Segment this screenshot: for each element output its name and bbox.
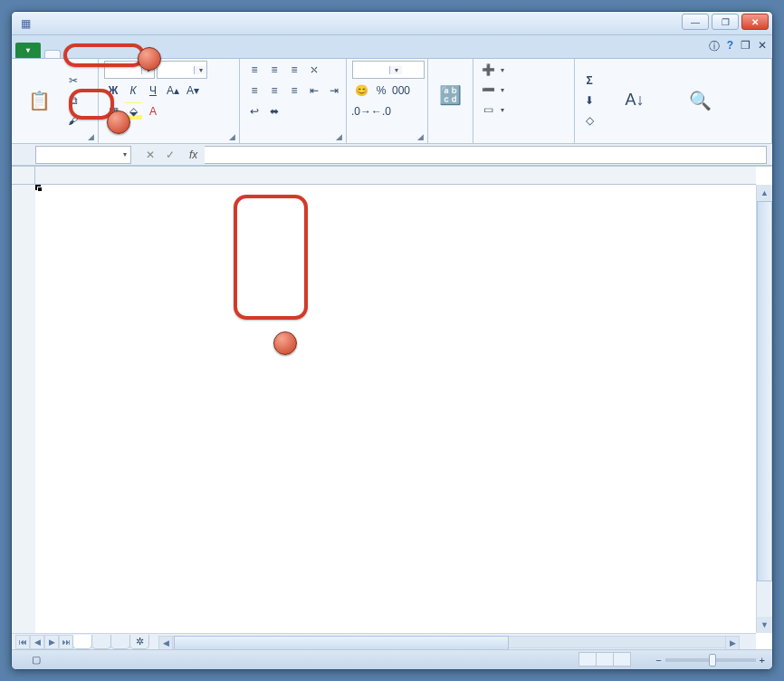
cells-area[interactable] — [35, 185, 756, 633]
sort-filter-button[interactable]: A↓ — [602, 86, 667, 115]
file-tab[interactable] — [15, 43, 41, 58]
tab-insert[interactable] — [61, 50, 77, 58]
merge-center-icon[interactable]: ⬌ — [265, 102, 283, 120]
insert-cells-button[interactable]: ➕▾ — [479, 61, 504, 79]
select-all-button[interactable] — [12, 167, 35, 185]
minimize-button[interactable]: — — [682, 14, 709, 30]
tab-abbyy[interactable] — [207, 50, 224, 58]
decrease-font-icon[interactable]: A▾ — [184, 82, 202, 100]
font-size-combo[interactable]: ▾ — [157, 61, 207, 79]
align-bottom-icon[interactable]: ≡ — [285, 61, 303, 79]
delete-cells-button[interactable]: ➖▾ — [479, 81, 504, 99]
copy-icon[interactable]: ⧉ — [64, 91, 82, 110]
undo-icon[interactable] — [57, 15, 73, 32]
fill-icon[interactable]: ⬇ — [580, 91, 598, 110]
tab-addins[interactable] — [175, 50, 191, 58]
sheet-nav-first-icon[interactable]: ⏮ — [15, 635, 30, 649]
zoom-slider[interactable]: − + — [655, 655, 765, 666]
save-icon[interactable] — [37, 15, 53, 32]
row-headers[interactable] — [12, 185, 35, 633]
dialog-launcher-icon[interactable]: ◢ — [336, 132, 342, 141]
tab-view[interactable] — [142, 50, 158, 58]
column-headers[interactable] — [35, 167, 756, 185]
scroll-up-icon[interactable]: ▲ — [757, 185, 772, 201]
tab-review[interactable] — [126, 50, 142, 58]
qat-customize-icon[interactable] — [97, 15, 113, 32]
zoom-out-icon[interactable]: − — [655, 655, 661, 666]
clear-icon[interactable]: ◇ — [580, 111, 598, 129]
increase-decimal-icon[interactable]: .0→ — [352, 102, 370, 120]
sheet-tab-1[interactable] — [72, 635, 92, 649]
name-box[interactable]: ▾ — [35, 146, 131, 164]
bold-button[interactable]: Ж — [104, 82, 122, 100]
format-cells-button[interactable]: ▭▾ — [479, 101, 504, 119]
horizontal-scrollbar[interactable]: ◀ ▶ — [158, 636, 740, 648]
vscroll-thumb[interactable] — [757, 201, 772, 581]
sheet-tab-2[interactable] — [91, 635, 111, 649]
scroll-right-icon[interactable]: ▶ — [725, 636, 740, 650]
autosum-icon[interactable]: Σ — [580, 72, 598, 90]
increase-indent-icon[interactable]: ⇥ — [325, 82, 343, 100]
comma-icon[interactable]: 000 — [392, 82, 410, 100]
tab-layout[interactable] — [77, 50, 93, 58]
find-select-button[interactable]: 🔍 — [671, 86, 729, 115]
maximize-button[interactable]: ❐ — [712, 14, 739, 30]
align-right-icon[interactable]: ≡ — [285, 82, 303, 100]
vertical-scrollbar[interactable]: ▲ ▼ — [756, 185, 772, 633]
align-left-icon[interactable]: ≡ — [245, 82, 263, 100]
decrease-decimal-icon[interactable]: ←.0 — [372, 102, 390, 120]
zoom-in-icon[interactable]: + — [760, 655, 765, 666]
close-button[interactable]: ✕ — [741, 14, 769, 30]
tab-data[interactable] — [110, 50, 126, 58]
format-icon: ▭ — [479, 101, 497, 119]
dialog-launcher-icon[interactable]: ◢ — [417, 132, 424, 141]
scroll-left-icon[interactable]: ◀ — [158, 636, 173, 650]
dialog-launcher-icon[interactable]: ◢ — [229, 132, 235, 141]
align-middle-icon[interactable]: ≡ — [265, 61, 283, 79]
borders-icon[interactable]: ▦ — [104, 102, 122, 120]
tab-foxit[interactable] — [191, 50, 207, 58]
fill-handle[interactable] — [37, 187, 43, 192]
redo-icon[interactable] — [77, 15, 93, 32]
currency-icon[interactable]: 😊 — [352, 82, 370, 100]
tab-formulas[interactable] — [93, 50, 110, 58]
enter-formula-icon[interactable]: ✓ — [166, 149, 175, 161]
number-format-combo[interactable]: ▾ — [352, 61, 425, 79]
decrease-indent-icon[interactable]: ⇤ — [305, 82, 323, 100]
macro-record-icon[interactable]: ▢ — [32, 654, 41, 666]
dialog-launcher-icon[interactable]: ◢ — [88, 132, 94, 141]
sheet-nav-next-icon[interactable]: ▶ — [44, 635, 59, 649]
cancel-formula-icon[interactable]: ✕ — [146, 149, 155, 161]
align-center-icon[interactable]: ≡ — [265, 82, 283, 100]
orientation-icon[interactable]: ⤬ — [305, 61, 323, 79]
tab-developer[interactable] — [158, 50, 175, 58]
quick-access-toolbar: ▦ — [12, 15, 119, 32]
doc-restore-icon[interactable]: ❐ — [741, 39, 751, 54]
format-painter-icon[interactable]: 🖌 — [64, 111, 82, 129]
sheet-nav-prev-icon[interactable]: ◀ — [30, 635, 44, 649]
new-sheet-icon[interactable]: ✲ — [129, 635, 149, 649]
formula-input[interactable] — [205, 146, 767, 164]
increase-font-icon[interactable]: A▴ — [164, 82, 182, 100]
minimize-ribbon-icon[interactable]: ⓘ — [709, 39, 720, 54]
paste-button[interactable]: 📋 — [17, 86, 61, 115]
sheet-nav-last-icon[interactable]: ⏭ — [59, 635, 73, 649]
sheet-tab-3[interactable] — [110, 635, 130, 649]
italic-button[interactable]: К — [124, 82, 142, 100]
styles-button[interactable]: 🔡 — [434, 81, 467, 110]
tab-home[interactable] — [44, 50, 61, 58]
help-icon[interactable]: ? — [727, 39, 733, 54]
cut-icon[interactable]: ✂ — [64, 72, 82, 90]
fill-color-icon[interactable]: ⬙ — [124, 102, 142, 120]
font-name-combo[interactable]: ▾ — [104, 61, 155, 79]
doc-close-icon[interactable]: ✕ — [758, 39, 767, 54]
hscroll-thumb[interactable] — [174, 636, 509, 650]
scroll-down-icon[interactable]: ▼ — [757, 617, 772, 633]
percent-icon[interactable]: % — [372, 82, 390, 100]
fx-icon[interactable]: fx — [189, 149, 197, 161]
wrap-text-icon[interactable]: ↩ — [245, 102, 263, 120]
view-buttons[interactable] — [578, 652, 630, 668]
align-top-icon[interactable]: ≡ — [245, 61, 263, 79]
font-color-icon[interactable]: A — [144, 102, 162, 120]
underline-button[interactable]: Ч — [144, 82, 162, 100]
